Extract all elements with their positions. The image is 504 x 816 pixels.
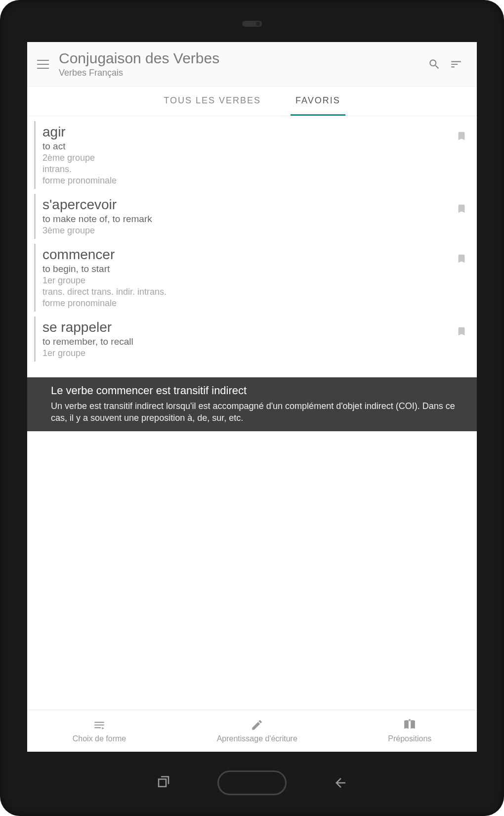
home-button[interactable] <box>217 771 287 795</box>
nav-label: Prépositions <box>388 734 431 743</box>
verb-list[interactable]: agir to act 2ème groupe intrans. forme p… <box>27 116 477 710</box>
verb-translation: to begin, to start <box>42 264 447 274</box>
nav-prepositions[interactable]: Prépositions <box>388 719 431 743</box>
verb-name: s'apercevoir <box>42 197 447 213</box>
page-subtitle: Verbes Français <box>59 68 423 78</box>
verb-type: intrans. <box>42 164 447 175</box>
bookmark-button[interactable] <box>456 324 467 338</box>
app-screen: Conjugaison des Verbes Verbes Français T… <box>27 42 477 752</box>
book-icon <box>403 719 416 731</box>
menu-icon[interactable] <box>37 60 49 69</box>
verb-translation: to act <box>42 141 447 152</box>
list-item[interactable]: agir to act 2ème groupe intrans. forme p… <box>34 121 477 189</box>
tablet-camera <box>242 21 262 27</box>
pencil-icon <box>251 719 263 731</box>
sort-icon <box>450 58 462 71</box>
bookmark-button[interactable] <box>456 129 467 143</box>
verb-group: 3ème groupe <box>42 226 447 236</box>
hardware-buttons <box>0 771 504 795</box>
recent-apps-button[interactable] <box>154 775 173 790</box>
sort-button[interactable] <box>445 53 467 75</box>
verb-translation: to remember, to recall <box>42 336 447 347</box>
tab-bar: TOUS LES VERBES FAVORIS <box>27 87 477 116</box>
app-bar: Conjugaison des Verbes Verbes Français <box>27 42 477 87</box>
verb-name: agir <box>42 124 447 140</box>
bookmark-button[interactable] <box>456 252 467 266</box>
verb-form: forme pronominale <box>42 298 447 309</box>
list-item[interactable]: commencer to begin, to start 1er groupe … <box>34 244 477 312</box>
title-block: Conjugaison des Verbes Verbes Français <box>59 50 423 78</box>
tab-all-verbs[interactable]: TOUS LES VERBES <box>159 87 266 116</box>
nav-form-choice[interactable]: Choix de forme <box>73 719 126 743</box>
info-toast[interactable]: Le verbe commencer est transitif indirec… <box>27 377 477 431</box>
verb-group: 1er groupe <box>42 275 447 286</box>
list-icon <box>93 719 106 731</box>
toast-body: Un verbe est transitif indirect lorsqu'i… <box>51 400 462 424</box>
search-button[interactable] <box>423 53 445 75</box>
toast-title: Le verbe commencer est transitif indirec… <box>51 384 462 397</box>
bottom-nav: Choix de forme Aprentissage d'écriture P… <box>27 710 477 752</box>
verb-name: se rappeler <box>42 319 447 335</box>
verb-type: trans. direct trans. indir. intrans. <box>42 287 447 297</box>
list-item[interactable]: se rappeler to remember, to recall 1er g… <box>34 317 477 362</box>
list-item[interactable]: s'apercevoir to make note of, to remark … <box>34 194 477 239</box>
bookmark-icon <box>456 252 467 266</box>
verb-translation: to make note of, to remark <box>42 214 447 225</box>
nav-writing-practice[interactable]: Aprentissage d'écriture <box>217 719 297 743</box>
bookmark-button[interactable] <box>456 202 467 216</box>
back-button[interactable] <box>331 775 350 790</box>
search-icon <box>428 58 441 71</box>
tab-favorites[interactable]: FAVORIS <box>291 87 345 116</box>
bookmark-icon <box>456 324 467 338</box>
nav-label: Choix de forme <box>73 734 126 743</box>
verb-group: 2ème groupe <box>42 153 447 163</box>
verb-name: commencer <box>42 247 447 263</box>
bookmark-icon <box>456 129 467 143</box>
page-title: Conjugaison des Verbes <box>59 50 423 67</box>
bookmark-icon <box>456 202 467 216</box>
verb-group: 1er groupe <box>42 348 447 359</box>
tablet-frame: Conjugaison des Verbes Verbes Français T… <box>0 0 504 816</box>
nav-label: Aprentissage d'écriture <box>217 734 297 743</box>
verb-form: forme pronominale <box>42 176 447 186</box>
